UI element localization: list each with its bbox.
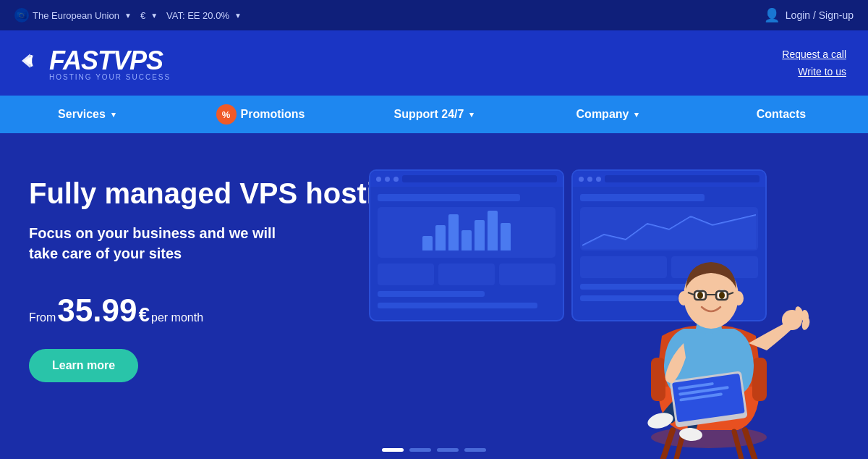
- stat-box-2: [438, 264, 495, 285]
- browser-bar-1: [370, 171, 563, 187]
- nav-company[interactable]: Company ▾: [521, 96, 694, 133]
- top-bar-left: 🇪🇺 The European Union ▼ € ▼ VAT: EE 20.0…: [14, 8, 242, 22]
- vat-selector[interactable]: VAT: EE 20.0% ▼: [166, 10, 242, 21]
- nav-contacts[interactable]: Contacts: [694, 96, 868, 133]
- price-from: From: [29, 311, 56, 324]
- header-links: Request a call Write to us: [782, 49, 846, 77]
- request-call-link[interactable]: Request a call: [782, 49, 846, 60]
- services-chevron-icon: ▾: [111, 110, 116, 119]
- main-nav: Services ▾ % Promotions Support 24/7 ▾ C…: [0, 96, 868, 133]
- top-bar-right: 👤 Login / Sign-up: [764, 7, 854, 23]
- logo-text: FASTVPS: [49, 46, 163, 76]
- company-chevron-icon: ▾: [634, 110, 639, 119]
- svg-point-26: [719, 292, 725, 299]
- slider-dot-2[interactable]: [409, 448, 431, 452]
- region-chevron-icon: ▼: [124, 12, 132, 20]
- currency-label: €: [140, 10, 145, 21]
- region-label: The European Union: [33, 10, 119, 21]
- header: FASTVPS HOSTING YOUR SUCCESS Request a c…: [0, 30, 868, 96]
- top-bar: 🇪🇺 The European Union ▼ € ▼ VAT: EE 20.0…: [0, 0, 868, 30]
- vat-label: VAT: EE 20.0%: [166, 10, 229, 21]
- region-selector[interactable]: 🇪🇺 The European Union ▼: [14, 8, 132, 22]
- promotions-badge: %: [216, 104, 237, 125]
- write-to-us-link[interactable]: Write to us: [798, 66, 846, 77]
- company-label: Company: [576, 108, 629, 121]
- price-period: per month: [151, 311, 203, 324]
- browser-dot-1: [376, 177, 381, 182]
- logo-fast: FAST: [49, 46, 113, 75]
- browser-stats: [378, 264, 556, 285]
- support-label: Support 24/7: [394, 108, 464, 121]
- stat-box-3: [499, 264, 556, 285]
- browser-card-1: [369, 169, 564, 321]
- svg-rect-6: [752, 358, 767, 401]
- price-amount: 35.99: [57, 292, 137, 329]
- login-button[interactable]: Login / Sign-up: [786, 9, 854, 21]
- svg-rect-5: [651, 358, 665, 401]
- hero-content: Fully managed VPS hosting Focus on your …: [29, 177, 410, 382]
- hero-title: Fully managed VPS hosting: [29, 177, 410, 210]
- nav-support[interactable]: Support 24/7 ▾: [347, 96, 521, 133]
- svg-point-24: [697, 292, 703, 299]
- character-svg: [579, 162, 839, 459]
- browser-line-2: [378, 291, 485, 297]
- logo-wrapper: FASTVPS: [22, 46, 171, 76]
- browser-content-1: [370, 187, 563, 316]
- nav-promotions[interactable]: % Promotions: [174, 96, 347, 133]
- svg-point-33: [733, 291, 744, 306]
- price-currency: €: [138, 303, 150, 327]
- logo-tagline: HOSTING YOUR SUCCESS: [49, 73, 171, 81]
- browser-url-bar: [402, 175, 557, 182]
- logo-wings-icon: [22, 51, 49, 71]
- vat-chevron-icon: ▼: [234, 12, 242, 20]
- slider-dot-3[interactable]: [437, 448, 459, 452]
- promotions-label: Promotions: [241, 108, 305, 121]
- hero-section: Fully managed VPS hosting Focus on your …: [0, 133, 868, 459]
- hero-price: From 35.99 € per month: [29, 292, 410, 329]
- stat-box-1: [378, 264, 434, 285]
- browser-dot-2: [385, 177, 390, 182]
- slider-dot-4[interactable]: [464, 448, 486, 452]
- browser-line-3: [378, 303, 537, 308]
- logo-vps: VPS: [113, 46, 163, 75]
- character-illustration: [579, 162, 854, 459]
- nav-services[interactable]: Services ▾: [0, 96, 174, 133]
- browser-dot-3: [393, 177, 399, 182]
- support-chevron-icon: ▾: [469, 110, 474, 119]
- hero-subtitle-line2: take care of your sites: [29, 245, 182, 261]
- slider-dot-1[interactable]: [382, 448, 404, 452]
- hero-subtitle-line1: Focus on your business and we will: [29, 225, 276, 241]
- svg-point-32: [678, 291, 689, 306]
- currency-chevron-icon: ▼: [150, 12, 158, 20]
- browser-image-area: [378, 207, 556, 258]
- hero-subtitle: Focus on your business and we will take …: [29, 223, 410, 264]
- user-icon: 👤: [764, 7, 780, 23]
- logo[interactable]: FASTVPS HOSTING YOUR SUCCESS: [22, 46, 171, 81]
- chart-visualization: [417, 214, 516, 250]
- eu-flag-icon: 🇪🇺: [14, 8, 29, 22]
- slider-dots: [382, 448, 486, 452]
- browser-card-1-wrapper: [369, 162, 564, 321]
- learn-more-button[interactable]: Learn more: [29, 349, 138, 382]
- currency-selector[interactable]: € ▼: [140, 10, 158, 21]
- services-label: Services: [58, 108, 106, 121]
- contacts-label: Contacts: [757, 108, 806, 121]
- browser-line-title: [378, 194, 520, 201]
